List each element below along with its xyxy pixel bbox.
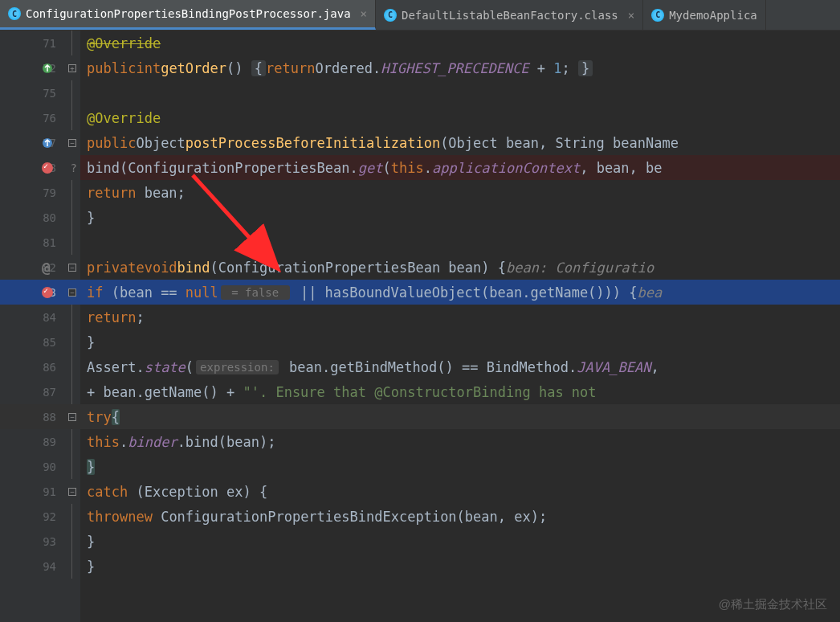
fold-icon[interactable]: + [68, 64, 76, 72]
editor-tabs: C ConfigurationPropertiesBindingPostProc… [0, 0, 840, 31]
line-number: 91 [32, 485, 56, 498]
code-line[interactable]: return bean; [80, 180, 840, 205]
code-line[interactable]: } [80, 554, 840, 579]
question-icon: ? [71, 162, 77, 174]
code-line[interactable]: public Object postProcessBeforeInitializ… [80, 130, 840, 155]
line-number: 84 [32, 311, 56, 324]
code-line[interactable]: } [80, 529, 840, 554]
code-line[interactable]: return; [80, 305, 840, 329]
breakpoint-icon[interactable] [42, 162, 53, 174]
fold-icon[interactable]: − [68, 413, 76, 421]
tab-label: MydemoApplica [669, 9, 757, 22]
line-number: 87 [32, 386, 56, 399]
line-number: 92 [32, 510, 56, 523]
java-class-icon: C [651, 9, 664, 22]
breakpoint-icon[interactable] [42, 287, 53, 298]
line-number: 89 [32, 436, 56, 448]
code-line[interactable]: this.binder.bind(bean); [80, 429, 840, 454]
code-line[interactable]: throw new ConfigurationPropertiesBindExc… [80, 504, 840, 529]
override-icon[interactable] [42, 137, 53, 149]
code-line[interactable]: Assert.state(expression: bean.getBindMet… [80, 354, 840, 379]
code-line[interactable]: @Override [80, 31, 840, 55]
code-line[interactable] [80, 80, 840, 105]
line-number: 79 [32, 186, 56, 199]
code-line[interactable]: private void bind(ConfigurationPropertie… [80, 255, 840, 280]
line-number: 88 [32, 411, 56, 424]
close-icon[interactable]: × [356, 7, 367, 20]
line-number: 76 [32, 112, 56, 125]
code-line[interactable]: public int getOrder() { return Ordered.H… [80, 55, 840, 80]
line-number: 86 [32, 361, 56, 374]
override-icon[interactable] [42, 63, 53, 74]
code-area[interactable]: @Override public int getOrder() { return… [80, 31, 840, 622]
tab-file-1[interactable]: C ConfigurationPropertiesBindingPostProc… [0, 0, 376, 30]
java-class-icon: C [8, 7, 21, 20]
line-number: 93 [32, 535, 56, 548]
code-editor: 71 72+ 75 76 77− 78? 79 80 81 82@− 83− 8… [0, 31, 840, 622]
tab-label: DefaultListableBeanFactory.class [402, 9, 618, 22]
line-number: 75 [32, 87, 56, 100]
usage-icon[interactable]: @ [42, 259, 51, 276]
gutter: 71 72+ 75 76 77− 78? 79 80 81 82@− 83− 8… [0, 31, 80, 622]
line-number: 71 [32, 37, 56, 50]
line-number: 90 [32, 460, 56, 473]
code-line-current[interactable]: if (bean == null = false || hasBoundValu… [80, 280, 840, 305]
line-number: 94 [32, 560, 56, 573]
code-line[interactable]: catch (Exception ex) { [80, 479, 840, 504]
watermark: @稀土掘金技术社区 [719, 597, 827, 612]
fold-icon[interactable]: − [68, 264, 76, 272]
tab-file-2[interactable]: C DefaultListableBeanFactory.class × [376, 0, 643, 30]
fold-icon[interactable]: − [68, 488, 76, 496]
code-line[interactable]: } [80, 205, 840, 230]
tab-label: ConfigurationPropertiesBindingPostProces… [26, 7, 351, 20]
code-line[interactable]: } [80, 454, 840, 479]
line-number: 80 [32, 211, 56, 224]
code-line[interactable]: try { [80, 404, 840, 429]
fold-icon[interactable]: − [68, 288, 76, 297]
inline-hint: = false [221, 285, 290, 300]
java-class-icon: C [384, 9, 397, 22]
line-number: 81 [32, 236, 56, 249]
fold-icon[interactable]: − [68, 139, 76, 147]
code-line[interactable] [80, 230, 840, 255]
code-line[interactable]: @Override [80, 105, 840, 130]
code-line[interactable]: bind(ConfigurationPropertiesBean.get(thi… [80, 155, 840, 180]
code-line[interactable]: } [80, 329, 840, 354]
code-line[interactable]: + bean.getName() + "'. Ensure that @Cons… [80, 379, 840, 404]
line-number: 85 [32, 336, 56, 349]
inline-hint: expression: [196, 360, 279, 374]
tab-file-3[interactable]: C MydemoApplica [643, 0, 766, 30]
close-icon[interactable]: × [623, 9, 634, 22]
